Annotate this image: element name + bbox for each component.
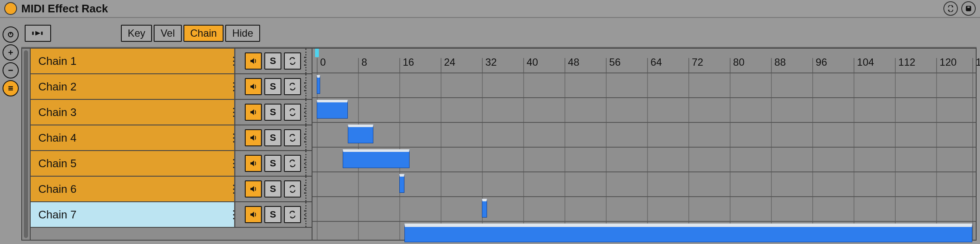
chain-buttons: S (241, 125, 307, 150)
chain-hotswap-button[interactable] (284, 104, 301, 121)
chain-hotswap-button[interactable] (284, 52, 301, 70)
chain-activator-button[interactable] (245, 180, 262, 198)
chain-name[interactable]: Chain 1 (31, 49, 235, 73)
drag-handle-icon[interactable]: ⋮⋮ (235, 177, 241, 201)
chain-zone[interactable] (482, 199, 487, 218)
rand-button[interactable] (943, 1, 958, 16)
macro-icon (7, 31, 14, 38)
chain-row[interactable]: Chain 3⋮⋮S⋮⋮ (31, 100, 312, 125)
chain-solo-button[interactable]: S (264, 78, 281, 95)
speaker-icon (249, 108, 258, 116)
chain-activator-button[interactable] (245, 104, 262, 121)
chain-name[interactable]: Chain 6 (31, 177, 235, 201)
hotswap-icon (288, 57, 297, 65)
add-chain-button[interactable] (3, 44, 19, 61)
tab-vel[interactable]: Vel (154, 25, 181, 42)
chain-activator-button[interactable] (245, 78, 262, 95)
chain-solo-button[interactable]: S (264, 180, 281, 198)
chain-hotswap-button[interactable] (284, 129, 301, 146)
chain-zone[interactable] (317, 75, 320, 94)
toolbar: Key Vel Chain Hide (21, 21, 977, 45)
chain-name[interactable]: Chain 2 (31, 74, 235, 99)
chain-zone[interactable] (343, 149, 410, 168)
drag-handle-icon[interactable]: ⋮⋮ (235, 49, 241, 73)
zone-ruler[interactable]: 081624324048566472808896104112120127 (312, 49, 976, 73)
drag-handle-icon[interactable]: ⋮⋮ (235, 202, 241, 227)
tab-hide[interactable]: Hide (225, 25, 260, 42)
ruler-tick: 80 (730, 58, 731, 73)
chain-name[interactable]: Chain 4 (31, 125, 235, 150)
zone-tracks[interactable] (312, 73, 976, 240)
chain-row[interactable]: Chain 2⋮⋮S⋮⋮ (31, 74, 312, 100)
chain-zone[interactable] (404, 224, 972, 242)
drag-handle-icon[interactable]: ⋮⋮ (307, 202, 312, 227)
chain-zone[interactable] (348, 125, 374, 143)
device-activator[interactable] (4, 2, 17, 15)
hotswap-icon (288, 108, 297, 116)
drag-handle-icon[interactable]: ⋮⋮ (307, 49, 312, 73)
ruler-tick: 8 (358, 58, 359, 73)
ruler-tick: 112 (895, 58, 896, 73)
zone-editor: 081624324048566472808896104112120127 (312, 48, 977, 241)
tab-chain[interactable]: Chain (183, 25, 224, 42)
chain-activator-button[interactable] (245, 155, 262, 172)
ruler-label: 8 (361, 56, 367, 68)
drag-handle-icon[interactable]: ⋮⋮ (235, 100, 241, 125)
drag-handle-icon[interactable]: ⋮⋮ (307, 74, 312, 99)
chain-name[interactable]: Chain 5 (31, 151, 235, 176)
chain-activator-button[interactable] (245, 52, 262, 70)
chain-row[interactable]: Chain 4⋮⋮S⋮⋮ (31, 125, 312, 151)
hotswap-icon (288, 185, 297, 193)
chain-hotswap-button[interactable] (284, 206, 301, 223)
rand-icon (947, 5, 954, 12)
drag-handle-icon[interactable]: ⋮⋮ (235, 151, 241, 176)
speaker-icon (249, 185, 258, 193)
drag-handle-icon[interactable]: ⋮⋮ (307, 151, 312, 176)
chain-hotswap-button[interactable] (284, 180, 301, 198)
drag-handle-icon[interactable]: ⋮⋮ (307, 125, 312, 150)
drag-handle-icon[interactable]: ⋮⋮ (235, 125, 241, 150)
remove-chain-button[interactable] (3, 62, 19, 78)
ruler-tick: 40 (523, 58, 524, 73)
drag-handle-icon[interactable]: ⋮⋮ (307, 177, 312, 201)
chain-solo-button[interactable]: S (264, 155, 281, 172)
chain-buttons: S (241, 202, 307, 227)
ruler-tick: 72 (688, 58, 689, 73)
device-title: MIDI Effect Rack (21, 2, 940, 15)
auto-select-icon (32, 29, 44, 37)
chain-row[interactable]: Chain 6⋮⋮S⋮⋮ (31, 177, 312, 202)
chain-solo-button[interactable]: S (264, 129, 281, 146)
chain-list-button[interactable] (3, 80, 19, 96)
chain-hotswap-button[interactable] (284, 155, 301, 172)
svg-rect-1 (967, 6, 969, 8)
titlebar: MIDI Effect Rack (0, 0, 980, 18)
chain-buttons: S (241, 100, 307, 125)
chain-activator-button[interactable] (245, 129, 262, 146)
chain-row[interactable]: Chain 7⋮⋮S⋮⋮ (31, 202, 312, 228)
chain-name[interactable]: Chain 3 (31, 100, 235, 125)
side-rail (0, 18, 21, 244)
macro-view-button[interactable] (3, 26, 19, 43)
chain-solo-button[interactable]: S (264, 206, 281, 223)
save-preset-button[interactable] (961, 1, 976, 16)
chain-solo-button[interactable]: S (264, 104, 281, 121)
ruler-tick: 127 (972, 58, 973, 73)
chain-activator-button[interactable] (245, 206, 262, 223)
drag-handle-icon[interactable]: ⋮⋮ (235, 74, 241, 99)
ruler-label: 104 (857, 56, 874, 68)
chain-zone[interactable] (317, 100, 348, 119)
chain-scrollbar[interactable] (22, 49, 31, 240)
auto-select-button[interactable] (25, 25, 51, 42)
chain-row[interactable]: Chain 1⋮⋮S⋮⋮ (31, 49, 312, 74)
ruler-label: 80 (733, 56, 745, 68)
svg-rect-10 (32, 32, 34, 35)
chain-solo-button[interactable]: S (264, 52, 281, 70)
chain-row[interactable]: Chain 5⋮⋮S⋮⋮ (31, 151, 312, 177)
chain-name[interactable]: Chain 7 (31, 202, 235, 227)
chain-hotswap-button[interactable] (284, 78, 301, 95)
ruler-label: 72 (692, 56, 703, 68)
drag-handle-icon[interactable]: ⋮⋮ (307, 100, 312, 125)
chain-zone[interactable] (399, 174, 404, 193)
ruler-tick: 32 (482, 58, 483, 73)
tab-key[interactable]: Key (121, 25, 152, 42)
